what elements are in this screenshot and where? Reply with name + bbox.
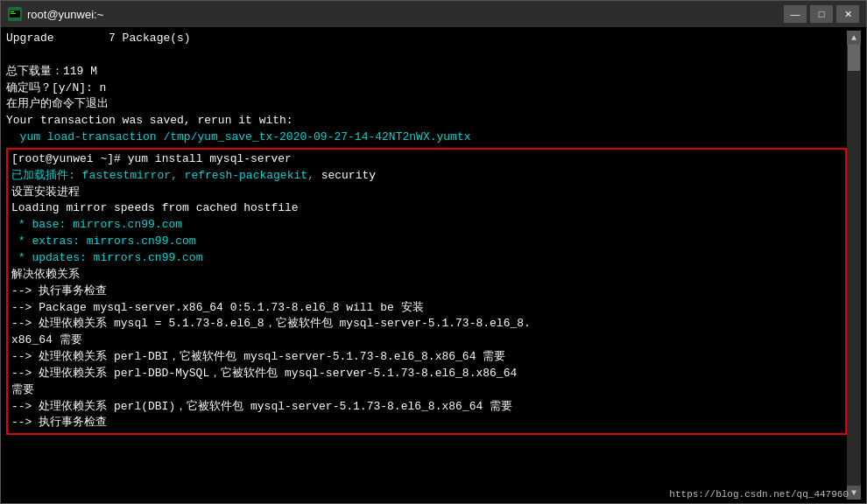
terminal-line: Your transaction was saved, rerun it wit… xyxy=(6,113,847,130)
terminal-line: * extras: mirrors.cn99.com xyxy=(11,234,842,250)
svg-rect-2 xyxy=(11,11,14,12)
terminal-body: Upgrade 7 Package(s) 总下载量：119 M 确定吗？[y/N… xyxy=(1,27,866,503)
terminal-line: Upgrade 7 Package(s) xyxy=(6,31,847,47)
terminal-line: --> Package mysql-server.x86_64 0:5.1.73… xyxy=(11,300,842,317)
command-text: yum install mysql-server xyxy=(128,152,292,165)
terminal-line: 设置安装进程 xyxy=(11,185,842,201)
minimize-button[interactable]: — xyxy=(784,5,807,23)
terminal-line: 总下载量：119 M xyxy=(6,64,847,80)
terminal-line: --> 执行事务检查 xyxy=(11,284,842,300)
terminal-line: Loading mirror speeds from cached hostfi… xyxy=(11,200,842,217)
terminal-line xyxy=(6,47,847,64)
highlighted-terminal-block: [root@yunwei ~]# yum install mysql-serve… xyxy=(6,148,847,435)
terminal-window: root@yunwei:~ — □ ✕ Upgrade 7 Package(s)… xyxy=(0,0,867,504)
prompt-text: [root@yunwei ~]# xyxy=(11,152,128,165)
scroll-up-arrow[interactable]: ▲ xyxy=(847,31,861,45)
terminal-line: 需要 xyxy=(11,382,842,399)
window-title: root@yunwei:~ xyxy=(27,8,103,21)
terminal-line: --> 处理依赖关系 perl-DBD-MySQL，它被软件包 mysql-se… xyxy=(11,366,842,382)
terminal-line: x86_64 需要 xyxy=(11,332,842,349)
scrollbar-track[interactable] xyxy=(847,45,861,486)
terminal-line: --> 执行事务检查 xyxy=(11,415,842,431)
title-bar-left: root@yunwei:~ xyxy=(8,7,103,21)
security-keyword: security xyxy=(321,169,376,182)
terminal-line: * updates: mirrors.cn99.com xyxy=(11,250,842,267)
terminal-content: Upgrade 7 Package(s) 总下载量：119 M 确定吗？[y/N… xyxy=(6,31,847,500)
terminal-icon xyxy=(8,7,22,21)
terminal-line: 已加载插件: fastestmirror, refresh-packagekit… xyxy=(11,168,842,185)
scrollbar-thumb[interactable] xyxy=(848,45,860,71)
terminal-line: --> 处理依赖关系 mysql = 5.1.73-8.el6_8，它被软件包 … xyxy=(11,316,842,332)
close-button[interactable]: ✕ xyxy=(836,5,859,23)
terminal-line: --> 处理依赖关系 perl(DBI)，它被软件包 mysql-server-… xyxy=(11,399,842,416)
title-bar-buttons: — □ ✕ xyxy=(784,5,859,23)
svg-rect-3 xyxy=(11,13,16,14)
terminal-line: 解决依赖关系 xyxy=(11,267,842,284)
terminal-line: --> 处理依赖关系 perl-DBI，它被软件包 mysql-server-5… xyxy=(11,349,842,366)
terminal-line: * base: mirrors.cn99.com xyxy=(11,217,842,234)
scrollbar[interactable]: ▲ ▼ xyxy=(847,31,861,500)
watermark-text: https://blog.csdn.net/qq_447960 xyxy=(669,489,847,500)
terminal-line: 确定吗？[y/N]: n xyxy=(6,80,847,97)
terminal-line: [root@yunwei ~]# yum install mysql-serve… xyxy=(11,151,842,168)
terminal-line: 在用户的命令下退出 xyxy=(6,96,847,113)
title-bar: root@yunwei:~ — □ ✕ xyxy=(1,1,866,27)
terminal-line: yum load-transaction /tmp/yum_save_tx-20… xyxy=(6,130,847,146)
scroll-down-arrow[interactable]: ▼ xyxy=(847,486,861,500)
maximize-button[interactable]: □ xyxy=(810,5,833,23)
